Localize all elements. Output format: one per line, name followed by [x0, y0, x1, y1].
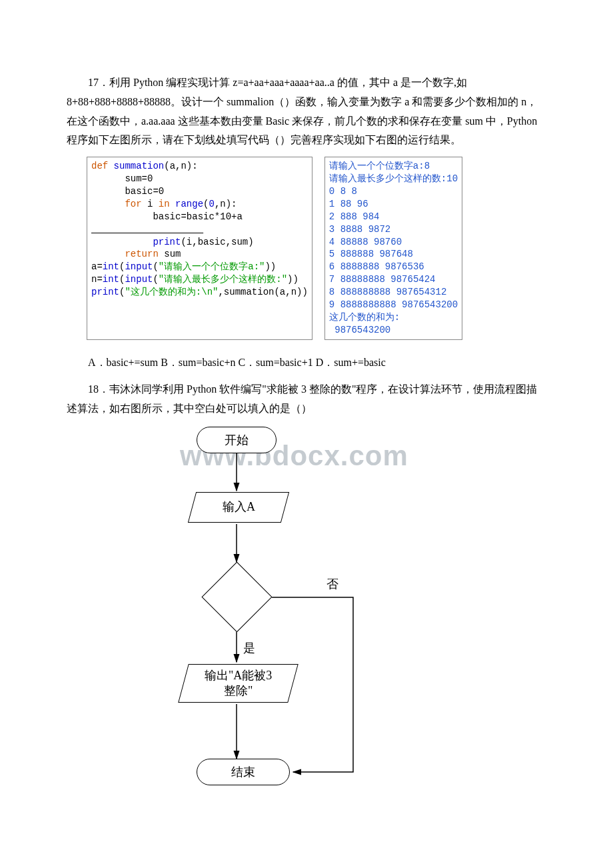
- q18-prompt: 18．韦沐沐同学利用 Python 软件编写"求能被 3 整除的数"程序，在设计…: [67, 380, 546, 419]
- code-token: a=: [91, 261, 103, 272]
- code-token: n=: [91, 274, 103, 285]
- out-line: 2 888 984: [329, 211, 380, 222]
- flow-decision: [201, 562, 272, 633]
- code-token: return: [91, 249, 159, 259]
- code-token: i: [142, 199, 159, 209]
- out-line: 请输入最长多少个这样的数:10: [329, 173, 458, 184]
- out-line: 请输入一个个位数字a:8: [329, 161, 430, 171]
- flow-output: 输出"A能被3 整除": [178, 664, 299, 703]
- code-token: (i,basic,sum): [181, 237, 253, 247]
- code-token: )): [287, 274, 299, 285]
- code-token: "请输入一个个位数字a:": [159, 261, 265, 272]
- flow-no-label: 否: [326, 573, 338, 595]
- out-line: 3 8888 9872: [329, 224, 390, 235]
- flow-input-label: 输入A: [223, 499, 255, 515]
- q17-code: def summation(a,n): sum=0 basic=0 for i …: [87, 157, 312, 339]
- code-token: ,n):: [215, 199, 237, 209]
- code-token: "请输入最长多少个这样的数:": [159, 274, 287, 285]
- code-token: def: [91, 161, 108, 171]
- flow-input: 输入A: [188, 492, 289, 523]
- code-token: int: [103, 274, 119, 285]
- out-line: 1 88 96: [329, 199, 368, 209]
- out-line: 9876543200: [329, 325, 390, 335]
- code-line: basic=0: [91, 186, 164, 197]
- out-line: 4 88888 98760: [329, 237, 402, 247]
- code-token: sum: [159, 249, 181, 259]
- code-token: (a,n):: [164, 161, 197, 171]
- code-token: summation: [108, 161, 164, 171]
- out-line: 9 8888888888 9876543200: [329, 299, 458, 310]
- flow-end: 结束: [197, 759, 290, 785]
- code-blank: _________: [91, 224, 203, 235]
- code-token: "这几个数的和为:\n": [125, 287, 218, 297]
- code-token: range: [170, 199, 203, 209]
- out-line: 5 888888 987648: [329, 249, 413, 259]
- code-token: 0: [209, 199, 214, 209]
- code-token: in: [159, 199, 170, 209]
- q17-prompt: 17．利用 Python 编程实现计算 z=a+aa+aaa+aaaa+aa..…: [67, 73, 546, 150]
- code-token: input: [125, 261, 153, 272]
- out-line: 7 88888888 98765424: [329, 274, 436, 285]
- q18-flowchart: www.bdocx.com 开始 输入A 否 是 输出"A能被3 整除" 结束: [160, 425, 446, 805]
- flow-output-label: 输出"A能被3 整除": [205, 668, 272, 699]
- out-line: 8 888888888 987654312: [329, 287, 446, 297]
- code-token: (: [153, 261, 158, 272]
- code-token: print: [91, 237, 181, 247]
- code-token: )): [265, 261, 276, 272]
- out-line: 这几个数的和为:: [329, 312, 400, 323]
- code-line: sum=0: [91, 173, 153, 184]
- code-token: ,summation(a,n)): [218, 287, 307, 297]
- code-token: for: [91, 199, 142, 209]
- code-token: (: [153, 274, 158, 285]
- q17-options: A．basic+=sum B．sum=basic+n C．sum=basic+1…: [67, 353, 546, 373]
- code-token: print: [91, 287, 119, 297]
- code-line: basic=basic*10+a: [91, 211, 243, 222]
- q17-output: 请输入一个个位数字a:8 请输入最长多少个这样的数:10 0 8 8 1 88 …: [324, 157, 462, 339]
- code-token: input: [125, 274, 153, 285]
- code-token: int: [103, 261, 119, 272]
- out-line: 0 8 8: [329, 186, 357, 197]
- flow-yes-label: 是: [243, 637, 255, 659]
- flow-arrows: [160, 425, 446, 805]
- q17-figure: def summation(a,n): sum=0 basic=0 for i …: [87, 157, 546, 339]
- flow-start: 开始: [197, 427, 277, 453]
- out-line: 6 8888888 9876536: [329, 261, 424, 272]
